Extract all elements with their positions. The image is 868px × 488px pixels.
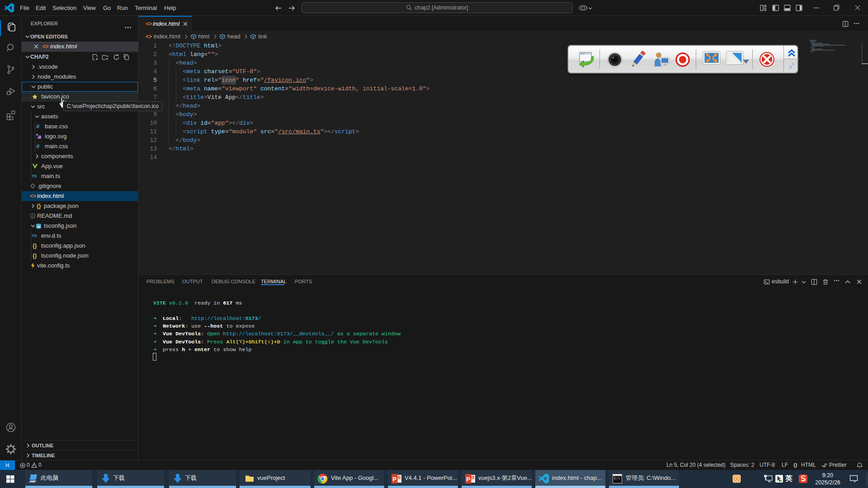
svg-text:C:\: C:\ <box>614 477 620 480</box>
svg-text:ts: ts <box>37 225 40 228</box>
svg-text:P: P <box>466 476 470 483</box>
svg-text:P: P <box>392 476 396 483</box>
